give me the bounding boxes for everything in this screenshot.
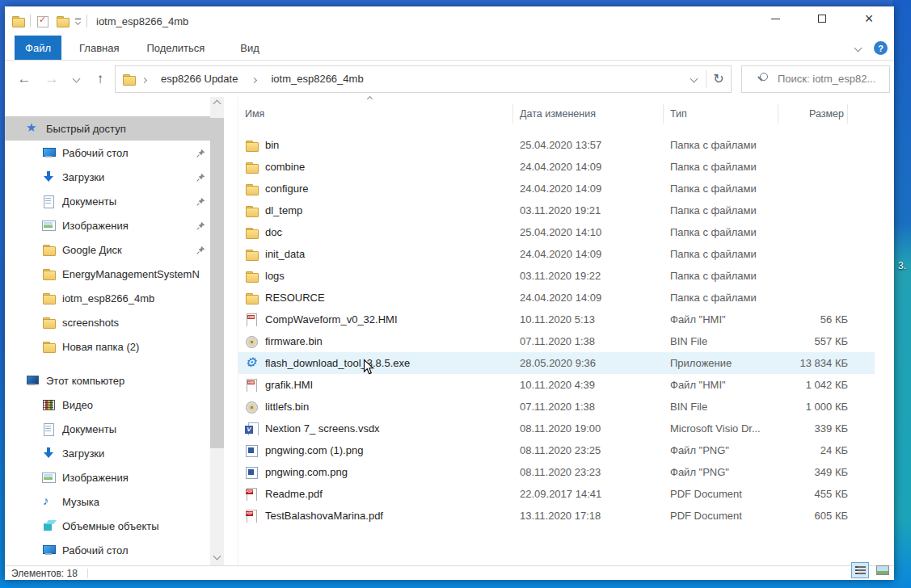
sidebar-item-new-folder[interactable]: Новая папка (2) <box>5 334 210 359</box>
recent-locations-chevron[interactable] <box>65 76 87 82</box>
pin-icon <box>196 221 205 230</box>
back-button[interactable]: ← <box>13 71 36 87</box>
sidebar-item-documents[interactable]: Документы <box>5 189 210 213</box>
file-row[interactable]: logs03.11.2020 19:22Папка с файлами <box>238 265 875 287</box>
collapse-ribbon-chevron-icon[interactable] <box>854 44 862 52</box>
file-row[interactable]: pngwing.com.png08.11.2020 23:23Файл "PNG… <box>238 461 875 483</box>
search-input[interactable] <box>778 73 875 85</box>
sidebar-item-energymanagement[interactable]: EnergyManagementSystemN <box>5 262 210 286</box>
details-view-button[interactable] <box>851 562 869 578</box>
column-header-date[interactable]: Дата изменения <box>513 104 664 124</box>
sidebar-item-desktop-pc[interactable]: Рабочий стол <box>5 538 210 562</box>
minimize-button[interactable] <box>752 6 799 31</box>
file-row[interactable]: CompWaveform_v0_32.HMI10.11.2020 5:13Фай… <box>238 309 875 330</box>
file-name: grafik.HMI <box>265 379 313 391</box>
file-type: Папка с файлами <box>664 183 778 195</box>
file-icon <box>245 466 258 479</box>
file-row-hovered[interactable]: flash_download_tool_3.8.5.exe28.05.2020 … <box>238 352 875 374</box>
column-header-size[interactable]: Размер <box>778 104 848 124</box>
file-icon <box>245 204 258 217</box>
maximize-button[interactable] <box>799 6 846 31</box>
ribbon-right-controls: ? <box>855 36 888 61</box>
documents-icon <box>42 422 55 435</box>
sidebar-item-videos[interactable]: Видео <box>5 393 210 417</box>
address-bar[interactable]: esp8266 Update iotm_esp8266_4mb ↻ <box>115 65 732 93</box>
chevron-right-icon <box>251 78 257 83</box>
file-row[interactable]: combine24.04.2020 14:09Папка с файлами <box>238 156 875 178</box>
file-row[interactable]: RESOURCE24.04.2020 14:09Папка с файлами <box>238 287 875 309</box>
statusbar-separator <box>87 569 88 578</box>
sidebar-item-pictures[interactable]: Изображения <box>5 213 210 237</box>
file-date: 10.11.2020 4:39 <box>513 379 664 391</box>
column-header-name[interactable]: Имя <box>238 104 513 124</box>
qat-folder-icon[interactable] <box>56 15 69 27</box>
sidebar-item-google-drive[interactable]: Google Диск <box>5 237 210 262</box>
file-type: BIN File <box>664 401 778 413</box>
tab-share[interactable]: Поделиться <box>138 36 213 60</box>
items-count: Элементов: 18 <box>11 568 78 579</box>
file-row[interactable]: pngwing.com (1).png08.11.2020 23:25Файл … <box>238 439 875 461</box>
sidebar-scrollbar[interactable] <box>210 97 224 565</box>
breadcrumb-segment[interactable]: iotm_esp8266_4mb <box>264 73 370 85</box>
navigation-toolbar: ← → ↑ esp8266 Update iotm_esp8266_4mb ↻ <box>5 61 894 97</box>
sidebar-item-screenshots[interactable]: screenshots <box>5 310 210 334</box>
refresh-button[interactable]: ↻ <box>706 66 731 92</box>
column-label: Имя <box>245 108 264 120</box>
file-row[interactable]: Nextion 7_ screens.vsdx08.11.2020 19:00M… <box>238 418 875 439</box>
file-row[interactable]: grafik.HMI10.11.2020 4:39Файл "HMI"1 042… <box>238 374 875 396</box>
column-label: Тип <box>670 108 687 120</box>
file-row[interactable]: bin25.04.2020 13:57Папка с файлами <box>238 134 875 156</box>
file-name: pngwing.com (1).png <box>265 444 363 456</box>
sidebar-item-label: Видео <box>62 399 93 411</box>
sidebar-item-label: Рабочий стол <box>62 147 129 159</box>
sidebar-item-music[interactable]: Музыка <box>5 489 210 514</box>
sidebar-item-quick-access[interactable]: Быстрый доступ <box>5 116 210 141</box>
tab-file[interactable]: Файл <box>15 36 61 60</box>
file-row[interactable]: dl_temp03.11.2020 19:21Папка с файлами <box>238 200 875 221</box>
close-button[interactable]: × <box>846 6 892 31</box>
tab-home[interactable]: Главная <box>71 36 127 60</box>
file-row[interactable]: littlefs.bin07.11.2020 1:38BIN File1 000… <box>238 396 875 418</box>
address-dropdown-button[interactable] <box>681 66 706 92</box>
help-button[interactable]: ? <box>874 41 888 55</box>
scroll-down-arrow-icon[interactable] <box>213 552 221 561</box>
file-row[interactable]: Readme.pdf22.09.2017 14:41PDF Document45… <box>238 483 875 505</box>
sidebar-item-iotm-esp8266[interactable]: iotm_esp8266_4mb <box>5 286 210 310</box>
thumbnails-view-button[interactable] <box>874 562 892 578</box>
sidebar-item-3d-objects[interactable]: Объемные объекты <box>5 514 210 538</box>
qat-customize-dropdown[interactable] <box>75 19 81 24</box>
up-button[interactable]: ↑ <box>89 71 112 87</box>
column-header-type[interactable]: Тип <box>664 104 778 124</box>
sidebar-item-label: iotm_esp8266_4mb <box>62 292 154 304</box>
file-name: init_data <box>265 248 305 260</box>
qat-checkbox-icon[interactable] <box>36 15 49 27</box>
video-icon <box>42 398 55 411</box>
titlebar: iotm_esp8266_4mb × <box>5 6 894 36</box>
desktop-icon <box>42 544 55 556</box>
sidebar-item-downloads-pc[interactable]: Загрузки <box>5 441 210 465</box>
sidebar-item-downloads[interactable]: Загрузки <box>5 165 210 189</box>
file-row[interactable]: init_data24.04.2020 14:09Папка с файлами <box>238 243 875 265</box>
file-type: PDF Document <box>664 510 778 522</box>
file-row[interactable]: TestBalashovaMarina.pdf13.11.2020 17:18P… <box>238 505 875 527</box>
file-type: Папка с файлами <box>664 139 778 151</box>
column-label: Размер <box>809 108 844 120</box>
file-type: Файл "PNG" <box>664 444 778 456</box>
forward-button[interactable]: → <box>40 71 63 87</box>
file-date: 13.11.2020 17:18 <box>513 510 664 522</box>
file-row[interactable]: doc25.04.2020 14:10Папка с файлами <box>238 221 875 243</box>
sidebar-item-desktop[interactable]: Рабочий стол <box>5 141 210 165</box>
sort-ascending-icon <box>367 96 373 102</box>
file-row[interactable]: configure24.04.2020 14:09Папка с файлами <box>238 178 875 200</box>
sidebar-item-this-pc[interactable]: Этот компьютер <box>5 368 210 393</box>
file-size: 1 000 КБ <box>778 401 848 413</box>
sidebar-item-pictures-pc[interactable]: Изображения <box>5 465 210 489</box>
file-row[interactable]: firmware.bin07.11.2020 1:38BIN File557 К… <box>238 330 875 352</box>
scrollbar-thumb[interactable] <box>210 118 224 448</box>
scroll-up-arrow-icon[interactable] <box>213 100 221 108</box>
sidebar-item-documents-pc[interactable]: Документы <box>5 417 210 441</box>
tab-view[interactable]: Вид <box>232 36 268 60</box>
breadcrumb-segment[interactable]: esp8266 Update <box>154 73 245 85</box>
file-list-pane: Имя Дата изменения Тип Размер bin25.04.2… <box>238 97 894 565</box>
file-date: 10.11.2020 5:13 <box>513 313 664 326</box>
